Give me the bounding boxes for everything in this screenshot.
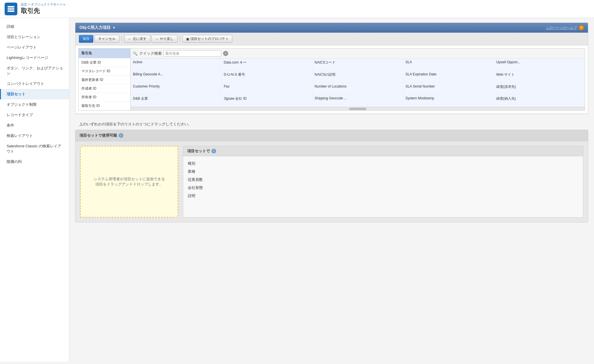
search-icon: 🔍 bbox=[133, 51, 138, 56]
sidebar-item-conditions[interactable]: 条件 bbox=[0, 120, 69, 131]
field-set-title: 項目セットで bbox=[187, 148, 210, 154]
search-input[interactable] bbox=[164, 50, 221, 57]
field-set-props-button[interactable]: ▣ 項目セットのプロパティ bbox=[182, 35, 232, 43]
redo-button[interactable]: → やり直し bbox=[151, 35, 177, 43]
field-cell[interactable]: System Modstamp bbox=[403, 95, 494, 107]
field-picker: 取引先 D&B 企業 ID マスタレコード ID 最終更新者 ID 作成者 ID… bbox=[75, 45, 588, 114]
save-button[interactable]: 保存 bbox=[79, 35, 93, 43]
app-logo bbox=[5, 3, 17, 15]
sidebar-item-salesforce-classic-search[interactable]: Salesforce Classic の検索レイアウト bbox=[0, 141, 69, 157]
field-cell[interactable]: Upsell Opport... bbox=[494, 59, 585, 71]
main-panel: Obj-C用入力項目 ▼ このページのヘルプ ? 保存 キャンセル ← 元に戻す bbox=[75, 23, 588, 114]
panel-title-dropdown-icon[interactable]: ▼ bbox=[112, 26, 116, 29]
sidebar-item-field-set[interactable]: 項目セット bbox=[0, 89, 69, 99]
fields-panel: 🔍 クイック検索 × ActiveData.com キーNAICSコードSLAU… bbox=[130, 48, 585, 111]
undo-label: 元に戻す bbox=[133, 36, 146, 41]
search-bar: 🔍 クイック検索 × bbox=[131, 49, 585, 59]
scroll-thumb[interactable] bbox=[349, 108, 366, 110]
field-cell[interactable]: Fax bbox=[221, 83, 312, 95]
field-set-props-label: 項目セットのプロパティ bbox=[190, 36, 229, 41]
panel-header: Obj-C用入力項目 ▼ このページのヘルプ ? bbox=[75, 23, 588, 33]
object-list-selected[interactable]: 取引先 bbox=[79, 49, 130, 58]
field-cell[interactable]: Customer Priority bbox=[131, 83, 221, 95]
available-section: 項目セットで使用可能 i システム管理者が項目セットに追加できる 項目をドラッグ… bbox=[75, 130, 588, 222]
sidebar-item-lightning-record[interactable]: Lightningレコードページ bbox=[0, 53, 69, 63]
sidebar-item-object-limit[interactable]: オブジェクト制限 bbox=[0, 99, 69, 110]
field-cell[interactable]: D-U-N-S 番号 bbox=[221, 71, 312, 83]
panel-title-text: Obj-C用入力項目 bbox=[79, 25, 111, 30]
panel-title: Obj-C用入力項目 ▼ bbox=[79, 25, 116, 30]
sidebar-item-buttons-links[interactable]: ボタン、リンク、およびアクション bbox=[0, 63, 69, 79]
field-set-item[interactable]: 種別 bbox=[188, 161, 578, 166]
drop-zone-left[interactable]: システム管理者が項目セットに追加できる 項目をドラッグアンドドロップします。 bbox=[80, 146, 178, 218]
search-clear-button[interactable]: × bbox=[223, 51, 228, 56]
list-item[interactable]: 作成者 ID bbox=[79, 84, 130, 93]
available-body: システム管理者が項目セットに追加できる 項目をドラッグアンドドロップします。 項… bbox=[75, 141, 588, 222]
field-set-header: 項目セットで i bbox=[183, 146, 583, 156]
field-set-info-icon[interactable]: i bbox=[211, 149, 216, 153]
field-cell[interactable]: NAICSの説明 bbox=[312, 71, 403, 83]
list-item[interactable]: 所有者 ID bbox=[79, 93, 130, 102]
breadcrumb-object-manager[interactable]: オブジェクトマネージャ bbox=[31, 3, 66, 6]
field-cell[interactable]: Active bbox=[131, 59, 221, 71]
field-set-item[interactable]: 説明 bbox=[188, 193, 578, 198]
svg-rect-1 bbox=[8, 8, 14, 10]
help-icon[interactable]: ? bbox=[579, 25, 584, 30]
sidebar-item-record-type[interactable]: レコードタイプ bbox=[0, 110, 69, 120]
breadcrumb-settings[interactable]: 設定 bbox=[21, 3, 27, 6]
field-cell[interactable]: SLA bbox=[403, 59, 494, 71]
drag-instruction: 上のいずれかの項目を下のリストの１つにドラッグしてください。 bbox=[75, 119, 588, 130]
field-cell[interactable]: Data.com キー bbox=[221, 59, 312, 71]
field-cell[interactable]: Billing Geocode A... bbox=[131, 71, 221, 83]
cancel-button[interactable]: キャンセル bbox=[94, 35, 119, 43]
sidebar-item-compact-layout[interactable]: コンパクトレイアウト bbox=[0, 79, 69, 89]
list-item[interactable]: D&B 企業 ID bbox=[79, 58, 130, 67]
undo-icon: ← bbox=[128, 37, 131, 41]
sidebar: 詳細項目とリレーションページレイアウトLightningレコードページボタン、リ… bbox=[0, 18, 69, 362]
scroll-indicator bbox=[131, 107, 585, 110]
main-layout: 詳細項目とリレーションページレイアウトLightningレコードページボタン、リ… bbox=[0, 18, 594, 362]
sidebar-item-page-layout[interactable]: ページレイアウト bbox=[0, 42, 69, 53]
object-list: 取引先 D&B 企業 ID マスタレコード ID 最終更新者 ID 作成者 ID… bbox=[78, 48, 130, 111]
field-set-items: 種別業種従業員数会社形態説明 bbox=[183, 156, 583, 203]
sidebar-item-search-layout[interactable]: 検索レイアウト bbox=[0, 131, 69, 141]
svg-rect-0 bbox=[8, 6, 14, 8]
sidebar-item-details[interactable]: 詳細 bbox=[0, 21, 69, 32]
search-label: クイック検索 bbox=[139, 51, 162, 56]
breadcrumb: 設定 > オブジェクトマネージャ bbox=[21, 2, 66, 7]
field-cell[interactable]: 緯度(納入先) bbox=[494, 95, 585, 107]
toolbar: 保存 キャンセル ← 元に戻す → やり直し ▣ 項目セットのプロパティ bbox=[75, 33, 588, 45]
page-title: 取引先 bbox=[21, 7, 66, 15]
field-set-item[interactable]: 会社形態 bbox=[188, 185, 578, 190]
toolbar-divider-2 bbox=[180, 36, 180, 42]
undo-button[interactable]: ← 元に戻す bbox=[124, 35, 150, 43]
list-item[interactable]: 親取引先 ID bbox=[79, 102, 130, 110]
field-cell[interactable]: 緯度(請求先) bbox=[494, 83, 585, 95]
field-set-panel: 項目セットで i 種別業種従業員数会社形態説明 bbox=[183, 146, 583, 218]
field-cell[interactable]: Jigsaw 会社 ID bbox=[221, 95, 312, 107]
fields-grid: ActiveData.com キーNAICSコードSLAUpsell Oppor… bbox=[131, 59, 585, 107]
svg-rect-2 bbox=[8, 10, 14, 12]
toolbar-divider bbox=[122, 36, 122, 42]
field-cell[interactable]: Web サイト bbox=[494, 71, 585, 83]
field-cell[interactable]: NAICSコード bbox=[312, 59, 403, 71]
field-cell[interactable]: D&B 企業 bbox=[131, 95, 221, 107]
help-link[interactable]: このページのヘルプ bbox=[546, 25, 577, 30]
field-set-icon: ▣ bbox=[186, 37, 189, 41]
list-item[interactable]: マスタレコード ID bbox=[79, 67, 130, 76]
field-cell[interactable]: SLA Expiration Date bbox=[403, 71, 494, 83]
field-set-item[interactable]: 業種 bbox=[188, 169, 578, 174]
field-set-item[interactable]: 従業員数 bbox=[188, 177, 578, 182]
field-cell[interactable]: Number of Locations bbox=[312, 83, 403, 95]
panel-help: このページのヘルプ ? bbox=[546, 25, 584, 30]
sidebar-item-hierarchy-column[interactable]: 階層の列 bbox=[0, 157, 69, 167]
breadcrumb-separator: > bbox=[28, 3, 31, 6]
drop-zone-text: システム管理者が項目セットに追加できる 項目をドラッグアンドドロップします。 bbox=[94, 177, 165, 187]
available-info-icon[interactable]: i bbox=[119, 133, 123, 138]
list-item[interactable]: 最終更新者 ID bbox=[79, 76, 130, 84]
app-header: 設定 > オブジェクトマネージャ 取引先 bbox=[0, 0, 594, 18]
field-cell[interactable]: SLA Serial Number bbox=[403, 83, 494, 95]
field-cell[interactable]: Shipping Geocode ... bbox=[312, 95, 403, 107]
redo-label: やり直し bbox=[160, 36, 174, 41]
sidebar-item-fields-relations[interactable]: 項目とリレーション bbox=[0, 32, 69, 42]
